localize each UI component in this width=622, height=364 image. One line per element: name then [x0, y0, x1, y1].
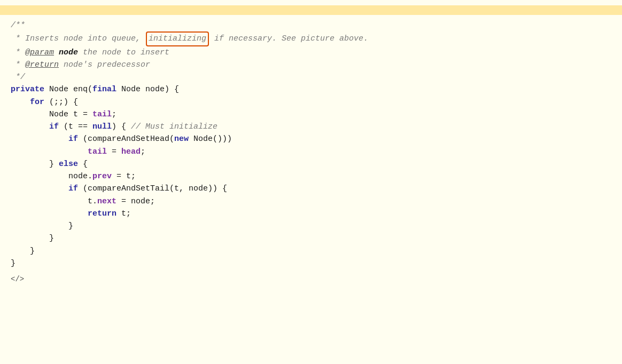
tail-end: ;: [141, 146, 145, 158]
line-if-null: if (t == null) { // Must initialize: [11, 121, 611, 133]
keyword-if-2: if: [11, 133, 78, 145]
close-method: }: [11, 257, 15, 270]
close-for: }: [11, 245, 35, 257]
node-prev-suffix: = t;: [112, 170, 136, 183]
for-body: (;;) {: [44, 96, 78, 108]
line-comment-end: */: [11, 71, 611, 83]
close-for-inner: }: [11, 232, 54, 244]
field-next: next: [97, 195, 116, 208]
comment-close: */: [11, 71, 25, 83]
keyword-private: private: [11, 83, 44, 96]
line-node-t: Node t = tail;: [11, 108, 611, 121]
comment-line3-prefix: *: [11, 59, 25, 71]
line-comment-3: * @return node's predecessor: [11, 59, 611, 71]
node-t-prefix: Node t =: [11, 108, 92, 121]
keyword-for: for: [11, 96, 44, 108]
if-cond: (t ==: [59, 121, 92, 133]
if3-cond: (compareAndSetTail(t, node)) {: [78, 183, 227, 195]
if-cond2: ) {: [112, 121, 131, 133]
line-close-method: }: [11, 257, 611, 270]
comment-line1-prefix: * Inserts node into queue,: [11, 33, 145, 45]
comment-line2-text: the node to insert: [78, 46, 169, 59]
keyword-else: else: [59, 158, 78, 170]
comment-line1-suffix: if necessary. See picture above.: [209, 33, 368, 45]
param-tag: @param: [25, 46, 54, 59]
line-if-cas-tail: if (compareAndSetTail(t, node)) {: [11, 183, 611, 195]
comment-must-init: // Must initialize: [131, 121, 217, 133]
close-if3: }: [11, 220, 73, 232]
keyword-final: final: [92, 83, 116, 96]
else-suffix: {: [78, 158, 88, 170]
line-comment-2: * @param node the node to insert: [11, 46, 611, 59]
code-container: /** * Inserts node into queue, initializ…: [0, 0, 622, 364]
top-bar: [0, 5, 622, 15]
line-close-for-inner: }: [11, 232, 611, 244]
node-prev-prefix: node.: [11, 170, 92, 183]
keyword-if-3: if: [11, 183, 78, 195]
tail-eq-prefix: [11, 146, 88, 158]
line-close-for: }: [11, 245, 611, 257]
field-tail-2: tail: [88, 146, 107, 158]
comment-line2-prefix: *: [11, 46, 25, 59]
method-sig-4: Node node) {: [116, 83, 179, 96]
line-if-cas-head: if (compareAndSetHead(new Node())): [11, 133, 611, 145]
line-t-next: t.next = node;: [11, 195, 611, 208]
keyword-null: null: [92, 121, 112, 133]
field-tail-1: tail: [92, 108, 112, 121]
return-t: t;: [116, 208, 131, 220]
keyword-return: return: [88, 208, 116, 220]
line-return: return t;: [11, 208, 611, 220]
comment-line3-text: node's predecessor: [59, 59, 150, 71]
bottom-hint: </>: [0, 275, 622, 283]
line-else: } else {: [11, 158, 611, 170]
if2-cond: (compareAndSetHead(: [78, 133, 174, 145]
line-close-if3: }: [11, 220, 611, 232]
line-method-sig: private Node enq(final Node node) {: [11, 83, 611, 96]
return-prefix: [11, 208, 88, 220]
field-prev: prev: [92, 170, 112, 183]
if2-cond2: Node())): [189, 133, 232, 145]
keyword-if-1: if: [11, 121, 59, 133]
line-comment-1: * Inserts node into queue, initializing …: [11, 31, 611, 46]
line-comment-start: /**: [11, 19, 611, 31]
comment-open: /**: [11, 19, 25, 31]
node-t-end: ;: [112, 108, 116, 121]
method-sig-2: Node enq(: [44, 83, 92, 96]
return-tag: @return: [25, 59, 59, 71]
line-for: for (;;) {: [11, 96, 611, 108]
line-node-prev: node.prev = t;: [11, 170, 611, 183]
comment-space: [54, 46, 59, 59]
t-next-prefix: t.: [11, 195, 97, 208]
tail-eq-2: =: [107, 146, 121, 158]
else-prefix: }: [11, 158, 59, 170]
keyword-new: new: [174, 133, 189, 145]
field-head: head: [121, 146, 141, 158]
line-tail-eq-head: tail = head;: [11, 146, 611, 158]
highlighted-initializing: initializing: [146, 31, 209, 46]
t-next-suffix: = node;: [116, 195, 155, 208]
code-block: /** * Inserts node into queue, initializ…: [0, 19, 622, 270]
param-node: node: [59, 46, 78, 59]
